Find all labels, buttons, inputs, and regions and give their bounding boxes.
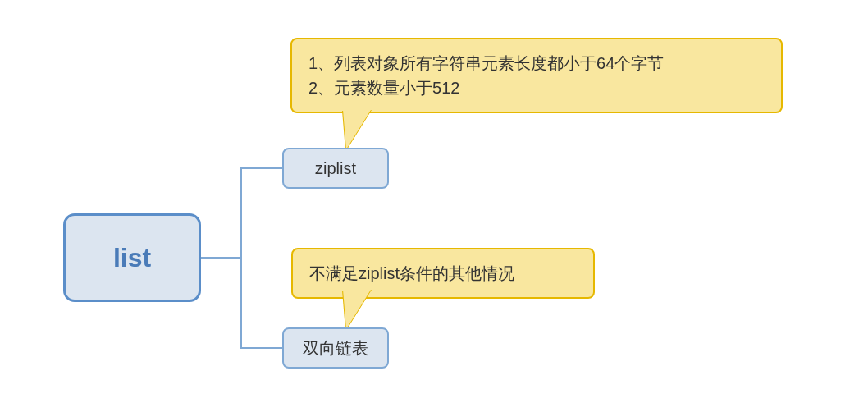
child-node-dlist: 双向链表 xyxy=(282,327,389,369)
child-label-dlist: 双向链表 xyxy=(303,337,368,359)
root-node-list: list xyxy=(63,213,201,302)
child-label-ziplist: ziplist xyxy=(315,159,356,178)
callout-text-2: 不满足ziplist条件的其他情况 xyxy=(309,264,514,282)
callout-tail-2 xyxy=(343,290,371,329)
child-node-ziplist: ziplist xyxy=(282,148,389,189)
callout-dlist-conditions: 不满足ziplist条件的其他情况 xyxy=(291,248,595,299)
callout-tail-1 xyxy=(343,110,371,149)
callout-ziplist-conditions: 1、列表对象所有字符串元素长度都小于64个字节 2、元素数量小于512 xyxy=(290,38,783,113)
callout-text-1: 1、列表对象所有字符串元素长度都小于64个字节 2、元素数量小于512 xyxy=(308,54,664,97)
root-label: list xyxy=(113,243,151,273)
